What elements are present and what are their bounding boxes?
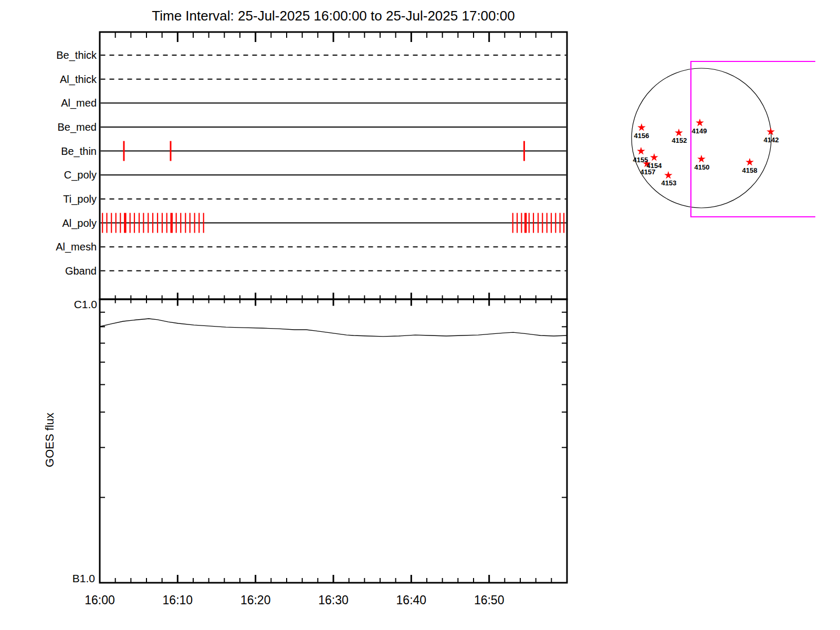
active-region-label-4155: 4155 xyxy=(633,156,648,164)
time-axis-label-1620: 16:20 xyxy=(240,593,271,607)
time-axis-label-1640: 16:40 xyxy=(396,593,427,607)
solar-limb-circle xyxy=(632,68,771,208)
time-axis-label-1650: 16:50 xyxy=(474,593,505,607)
filter-label-Al_mesh: Al_mesh xyxy=(56,241,97,253)
active-region-label-4153: 4153 xyxy=(662,179,677,187)
active-region-star-4154 xyxy=(650,153,658,161)
filter-label-Al_poly: Al_poly xyxy=(62,217,97,229)
filter-label-Be_med: Be_med xyxy=(58,121,97,133)
active-region-star-4149 xyxy=(696,119,704,127)
goes-flux-panel xyxy=(100,299,567,583)
active-region-label-4158: 4158 xyxy=(742,166,758,174)
fov-box xyxy=(691,61,815,217)
active-region-star-4156 xyxy=(637,123,646,131)
active-region-star-4152 xyxy=(675,129,683,136)
solar-disk-map: 4156414941524142415541544157415041584153 xyxy=(609,52,840,226)
filter-label-Al_thick: Al_thick xyxy=(60,74,97,86)
active-region-label-4152: 4152 xyxy=(672,136,687,144)
filter-timeline-panel xyxy=(100,32,567,299)
active-region-label-4157: 4157 xyxy=(640,168,656,176)
filter-label-Gband: Gband xyxy=(65,265,97,277)
active-region-star-4158 xyxy=(746,158,754,166)
active-region-star-4155 xyxy=(637,147,645,155)
filter-label-Be_thick: Be_thick xyxy=(56,49,97,61)
active-region-star-4142 xyxy=(766,128,775,135)
filter-label-Al_med: Al_med xyxy=(61,97,97,109)
goes-flux-curve xyxy=(100,319,567,337)
active-region-star-4150 xyxy=(697,155,706,163)
active-region-label-4156: 4156 xyxy=(634,132,649,140)
active-region-label-4142: 4142 xyxy=(764,136,779,144)
goes-ymax-label: C1.0 xyxy=(74,298,97,310)
active-region-star-4153 xyxy=(664,171,673,179)
time-axis-label-1600: 16:00 xyxy=(85,593,115,607)
goes-ymin-label: B1.0 xyxy=(72,572,95,584)
filter-label-C_poly: C_poly xyxy=(64,169,97,181)
time-axis-label-1630: 16:30 xyxy=(318,593,349,607)
time-axis-label-1610: 16:10 xyxy=(163,593,193,607)
filter-label-Be_thin: Be_thin xyxy=(61,145,97,158)
active-region-label-4150: 4150 xyxy=(695,163,710,171)
active-region-label-4149: 4149 xyxy=(692,127,707,135)
filter-label-Ti_poly: Ti_poly xyxy=(63,193,97,205)
